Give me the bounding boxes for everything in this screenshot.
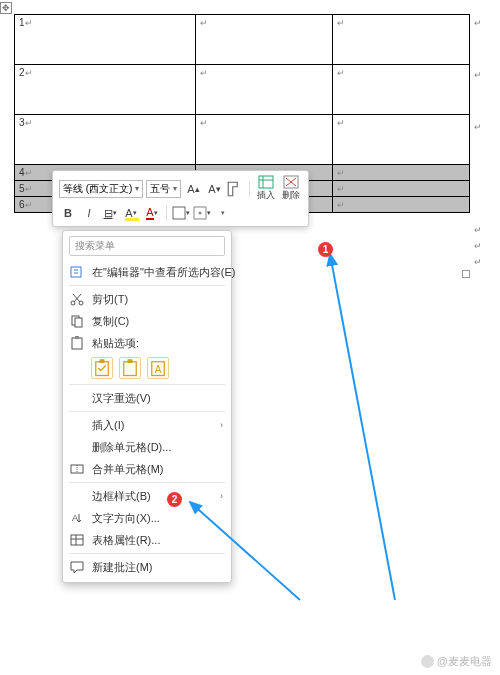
svg-line-33: [190, 502, 300, 600]
annotation-badge-1: 1: [318, 242, 333, 257]
annotation-badge-2: 2: [167, 492, 182, 507]
svg-line-32: [330, 254, 395, 600]
annotation-arrows: [0, 0, 500, 675]
